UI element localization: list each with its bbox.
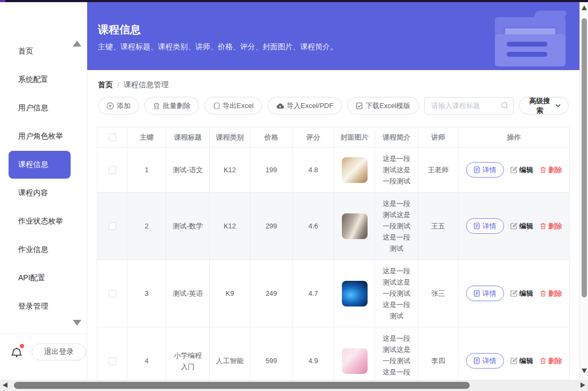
cell-price: 299 bbox=[250, 193, 293, 259]
cell-id: 1 bbox=[127, 148, 166, 192]
breadcrumb-separator: / bbox=[117, 81, 119, 89]
detail-button[interactable]: 详情 bbox=[466, 162, 504, 178]
delete-button[interactable]: 删除 bbox=[540, 220, 562, 232]
cell-id: 3 bbox=[127, 260, 166, 327]
page-title: 课程信息 bbox=[98, 22, 141, 37]
edit-button[interactable]: 编辑 bbox=[510, 288, 533, 299]
column-header: 操作 bbox=[459, 127, 569, 147]
sidebar-item-6[interactable]: 作业状态枚举 bbox=[0, 208, 87, 235]
toolbar: 添加 批量删除 导出Excel 导入Excel/PDF 下载Excel模版 高级… bbox=[98, 97, 569, 114]
header-checkbox-cell bbox=[97, 127, 127, 147]
cell-rating: 4.7 bbox=[293, 260, 334, 327]
logout-button[interactable]: 退出登录 bbox=[32, 343, 86, 361]
sidebar-item-4-active[interactable]: 课程信息 bbox=[9, 151, 71, 179]
table-row: 3 测试-英语 K9 249 4.7 这是一段测试这是一段测试这是一段测试 张三… bbox=[97, 260, 569, 327]
cell-teacher: 王老师 bbox=[418, 148, 459, 192]
delete-button[interactable]: 删除 bbox=[540, 164, 562, 175]
sidebar-item-1[interactable]: 系统配置 bbox=[0, 66, 87, 94]
export-doc-icon bbox=[213, 102, 220, 110]
sidebar-item-2[interactable]: 用户信息 bbox=[0, 94, 87, 122]
table-row: 2 测试-数学 K12 299 4.6 这是一段测试这是一段测试这是一段测试 王… bbox=[97, 193, 569, 260]
edit-pencil-icon bbox=[510, 223, 517, 229]
sidebar-item-8[interactable]: API配置 bbox=[0, 264, 87, 292]
folder-illustration-icon bbox=[491, 11, 570, 66]
sidebar-item-9[interactable]: 登录管理 bbox=[0, 293, 87, 320]
cell-actions: 详情 编辑 删除 bbox=[459, 148, 569, 192]
export-excel-button[interactable]: 导出Excel bbox=[204, 97, 262, 114]
course-table: 主键课程标题课程类别价格评分封面图片课程简介讲师操作 1 测试-语文 K12 1… bbox=[97, 127, 570, 391]
cell-category: K12 bbox=[210, 193, 250, 259]
cell-category: K9 bbox=[210, 260, 250, 327]
sidebar-item-0[interactable]: 首页 bbox=[0, 37, 87, 65]
sidebar-item-3[interactable]: 用户角色枚举 bbox=[0, 122, 87, 150]
trash-icon bbox=[540, 166, 546, 173]
add-button[interactable]: 添加 bbox=[98, 97, 139, 114]
cell-category: K12 bbox=[210, 148, 250, 192]
chevron-down-icon bbox=[555, 104, 561, 108]
cell-cover bbox=[334, 260, 375, 327]
horizontal-scrollbar bbox=[0, 380, 588, 391]
cell-rating: 4.6 bbox=[293, 193, 334, 259]
edit-button[interactable]: 编辑 bbox=[510, 220, 533, 232]
breadcrumb-home[interactable]: 首页 bbox=[98, 80, 113, 90]
scroll-left-arrow-icon[interactable] bbox=[3, 382, 7, 388]
cell-intro: 这是一段测试这是一段测试 bbox=[375, 148, 418, 192]
edit-button[interactable]: 编辑 bbox=[510, 164, 533, 175]
detail-doc-icon bbox=[474, 223, 480, 229]
sidebar-scroll-down-icon[interactable] bbox=[73, 320, 81, 326]
page-banner: 课程信息 主键、课程标题、课程类别、讲师、价格、评分、封面图片、课程简介。 bbox=[87, 2, 579, 70]
column-header: 封面图片 bbox=[334, 127, 375, 147]
scroll-up-arrow-icon[interactable] bbox=[582, 5, 587, 10]
sidebar-item-7[interactable]: 作业信息 bbox=[0, 236, 87, 264]
detail-button[interactable]: 详情 bbox=[466, 353, 504, 369]
row-checkbox[interactable] bbox=[109, 166, 116, 174]
column-header: 主键 bbox=[127, 127, 166, 147]
cell-title: 测试-语文 bbox=[166, 148, 210, 192]
cell-price: 249 bbox=[250, 260, 293, 327]
course-cover-image bbox=[342, 213, 368, 239]
trash-icon bbox=[540, 357, 546, 364]
batch-delete-button[interactable]: 批量删除 bbox=[144, 97, 199, 114]
edit-pencil-icon bbox=[510, 290, 517, 297]
cell-teacher: 王五 bbox=[418, 193, 459, 259]
edit-pencil-icon bbox=[510, 357, 517, 364]
search-input[interactable] bbox=[424, 97, 514, 114]
course-cover-image bbox=[342, 281, 368, 306]
breadcrumb: 首页 / 课程信息管理 bbox=[98, 80, 169, 90]
cell-price: 199 bbox=[250, 148, 293, 192]
delete-button[interactable]: 删除 bbox=[540, 288, 562, 299]
detail-button[interactable]: 详情 bbox=[466, 286, 504, 301]
table-row: 1 测试-语文 K12 199 4.8 这是一段测试这是一段测试 王老师 详情 … bbox=[97, 148, 569, 193]
trash-icon bbox=[153, 102, 160, 110]
sidebar-item-5[interactable]: 课程内容 bbox=[0, 179, 87, 207]
row-checkbox[interactable] bbox=[109, 357, 116, 365]
download-template-button[interactable]: 下载Excel模版 bbox=[347, 97, 419, 114]
row-checkbox[interactable] bbox=[109, 223, 116, 230]
column-header: 课程标题 bbox=[166, 127, 210, 147]
course-cover-image bbox=[342, 348, 368, 374]
scroll-right-arrow-icon[interactable] bbox=[581, 382, 585, 388]
plus-circle-icon bbox=[106, 102, 114, 110]
import-excel-button[interactable]: 导入Excel/PDF bbox=[268, 97, 342, 114]
vertical-scrollbar bbox=[579, 2, 588, 380]
column-header: 价格 bbox=[250, 127, 293, 147]
scroll-down-arrow-icon[interactable] bbox=[582, 369, 587, 373]
notification-bell-icon[interactable] bbox=[11, 346, 22, 358]
vertical-scroll-thumb[interactable] bbox=[582, 18, 587, 297]
row-checkbox[interactable] bbox=[109, 290, 116, 297]
detail-button[interactable]: 详情 bbox=[466, 218, 504, 234]
column-header: 课程简介 bbox=[375, 127, 418, 147]
advanced-search-button[interactable]: 高级搜索 bbox=[519, 97, 569, 114]
notification-dot bbox=[20, 344, 24, 348]
detail-doc-icon bbox=[474, 357, 480, 364]
cell-title: 测试-数学 bbox=[166, 193, 210, 259]
delete-button[interactable]: 删除 bbox=[540, 355, 562, 366]
cell-cover bbox=[334, 148, 375, 192]
cell-actions: 详情 编辑 删除 bbox=[459, 260, 569, 327]
cell-id: 2 bbox=[127, 193, 166, 259]
cell-rating: 4.8 bbox=[293, 148, 334, 192]
horizontal-scroll-thumb[interactable] bbox=[14, 382, 470, 389]
edit-button[interactable]: 编辑 bbox=[510, 355, 533, 366]
edit-pencil-icon bbox=[510, 166, 517, 173]
select-all-checkbox[interactable] bbox=[109, 134, 116, 141]
